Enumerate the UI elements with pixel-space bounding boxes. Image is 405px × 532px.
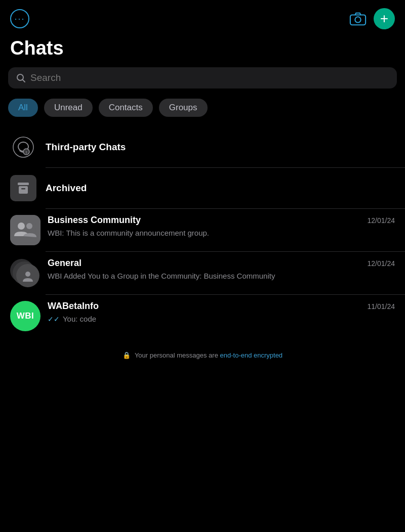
svg-point-4 [13, 137, 34, 158]
lock-icon: 🔒 [123, 351, 131, 359]
tab-unread[interactable]: Unread [44, 99, 93, 117]
svg-text:!: ! [26, 150, 27, 155]
archived-label: Archived [46, 183, 87, 194]
archived-icon [10, 175, 36, 201]
camera-button[interactable] [349, 11, 367, 26]
special-item-archived[interactable]: Archived [0, 168, 405, 208]
search-icon [16, 73, 25, 82]
footer-note: 🔒 Your personal messages are end-to-end … [0, 337, 405, 369]
menu-dots-icon: ··· [14, 14, 25, 23]
chat-preview-wbi: ✓✓ You: code [48, 314, 395, 325]
chat-date: 12/01/24 [368, 216, 395, 225]
chat-date-wbi: 11/01/24 [368, 302, 395, 311]
wbi-avatar-text: WBI [17, 311, 34, 321]
search-input[interactable] [30, 72, 389, 83]
chat-preview-general: WBI Added You to a Group in the Communit… [48, 271, 395, 281]
header-right: + [349, 8, 395, 29]
svg-point-15 [25, 272, 30, 277]
chat-content-business-community: Business Community 12/01/24 WBI: This is… [48, 215, 395, 238]
svg-point-2 [17, 74, 23, 80]
search-wrapper[interactable] [8, 67, 397, 88]
svg-point-14 [26, 223, 32, 229]
chat-name: Business Community [48, 215, 141, 226]
new-chat-button[interactable]: + [374, 8, 395, 29]
tab-all[interactable]: All [8, 99, 38, 117]
chat-preview: WBI: This is a community announcement gr… [48, 228, 395, 238]
chat-header-row-wbi: WABetaInfo 11/01/24 [48, 301, 395, 312]
svg-line-3 [23, 80, 25, 82]
e2e-link[interactable]: end-to-end encrypted [220, 351, 283, 359]
svg-point-13 [18, 223, 25, 230]
tab-groups[interactable]: Groups [159, 99, 208, 117]
filter-tabs: All Unread Contacts Groups [0, 99, 405, 127]
chat-item-business-community[interactable]: Business Community 12/01/24 WBI: This is… [0, 209, 405, 251]
chat-item-general[interactable]: General 12/01/24 WBI Added You to a Grou… [0, 252, 405, 294]
svg-rect-9 [18, 183, 29, 185]
svg-rect-10 [19, 186, 28, 194]
avatar-general [10, 258, 40, 288]
chat-list: ! Third-party Chats Archived [0, 127, 405, 337]
chat-header-row-general: General 12/01/24 [48, 258, 395, 269]
special-item-third-party[interactable]: ! Third-party Chats [0, 127, 405, 167]
chat-header-row: Business Community 12/01/24 [48, 215, 395, 226]
footer-text: Your personal messages are end-to-end en… [135, 351, 282, 359]
avatar-wabetainfo: WBI [10, 301, 40, 331]
header-left: ··· [10, 9, 29, 28]
double-check-icon: ✓✓ [48, 315, 60, 323]
plus-icon: + [380, 12, 388, 26]
third-party-label: Third-party Chats [46, 142, 126, 153]
svg-rect-12 [10, 215, 40, 245]
camera-icon [349, 11, 367, 26]
chat-item-wabetainfo[interactable]: WBI WABetaInfo 11/01/24 ✓✓ You: code [0, 295, 405, 337]
third-party-icon: ! [10, 134, 36, 160]
chat-name-wbi: WABetaInfo [48, 301, 99, 312]
search-bar [8, 67, 397, 88]
preview-text-wbi: You: code [63, 315, 96, 323]
chat-date-general: 12/01/24 [368, 259, 395, 268]
chat-name-general: General [48, 258, 82, 269]
menu-button[interactable]: ··· [10, 9, 29, 28]
avatar-business-community [10, 215, 40, 245]
svg-point-1 [355, 17, 360, 22]
header: ··· + [0, 0, 405, 34]
chat-content-general: General 12/01/24 WBI Added You to a Grou… [48, 258, 395, 281]
page-title: Chats [0, 34, 405, 67]
tab-contacts[interactable]: Contacts [99, 99, 153, 117]
svg-rect-11 [21, 188, 25, 190]
chat-content-wabetainfo: WABetaInfo 11/01/24 ✓✓ You: code [48, 301, 395, 325]
